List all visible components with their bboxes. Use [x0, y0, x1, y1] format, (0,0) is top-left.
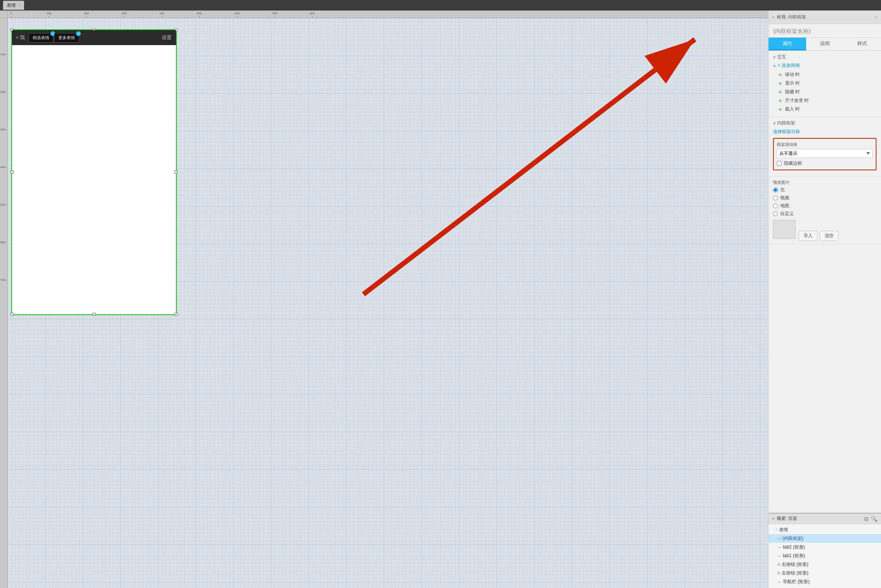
- widget-tab2-btn[interactable]: 更多表情 2: [54, 33, 79, 42]
- hide-border-row: 隐藏边框: [777, 160, 873, 167]
- outline-label-right-btn: 右按钮 (矩形): [782, 561, 808, 568]
- outline-label-tab2: tab2 (矩形): [783, 544, 805, 550]
- interaction-hide-label: 隐藏 时: [785, 89, 800, 95]
- preview-section: 预览图片 无 视频 地图 自: [769, 177, 881, 244]
- bottom-panel-content: 📄 表情 ▭ (内联框架) — tab2 (矩形) — tab1 (矩形) A: [769, 524, 881, 588]
- add-use-case-button[interactable]: + + 添加用例: [773, 62, 876, 69]
- preview-label-custom: 自定义: [780, 211, 794, 217]
- handle-bottom-left[interactable]: [11, 313, 14, 316]
- canvas-grid[interactable]: < 我 精选表情 1 更多表情 2 设置: [8, 18, 768, 588]
- ruler-left-tick-400: 400: [1, 165, 6, 170]
- tab-close-icon[interactable]: ×: [18, 3, 20, 8]
- show-trigger-icon: [778, 81, 783, 86]
- tab-expression[interactable]: 表情 ×: [3, 1, 24, 10]
- handle-middle-left[interactable]: [11, 171, 14, 174]
- interaction-load-label: 载入 时: [785, 106, 800, 112]
- inline-frame-section-label: 内联框架: [777, 120, 795, 126]
- add-icon: +: [773, 63, 776, 69]
- preview-radio-video[interactable]: [773, 195, 778, 200]
- tab-style[interactable]: 样式: [843, 38, 881, 50]
- ruler-tick-400: 400: [159, 12, 164, 18]
- ruler-tick-0: 0: [11, 12, 12, 18]
- navbar-icon: —: [778, 580, 781, 584]
- tab-description[interactable]: 说明: [806, 38, 844, 50]
- bottom-panel-icons: ⊟ 🔍: [864, 516, 877, 522]
- preview-option-map: 地图: [773, 203, 876, 209]
- inline-frame-widget[interactable]: < 我 精选表情 1 更多表情 2 设置: [11, 29, 177, 315]
- outline-label-biaojing: 表情: [779, 527, 788, 533]
- panel-collapse-button[interactable]: □: [875, 15, 877, 20]
- outline-label-navbar: 导航栏 (矩形): [783, 579, 810, 585]
- resize-trigger-icon: [778, 98, 783, 103]
- interaction-move-label: 移动 时: [785, 71, 800, 78]
- outline-item-right-btn[interactable]: A 右按钮 (矩形): [769, 560, 881, 569]
- ruler-tick-700: 700: [272, 12, 277, 18]
- widget-back-button[interactable]: < 我: [12, 34, 29, 41]
- load-trigger-icon: [778, 107, 783, 112]
- search-icon[interactable]: 🔍: [871, 516, 877, 522]
- import-button[interactable]: 导入: [799, 231, 817, 241]
- outline-item-tab2[interactable]: — tab2 (矩形): [769, 543, 881, 552]
- interaction-item-resize[interactable]: 尺寸改变 时: [773, 96, 876, 105]
- canvas-container: 0 100 200 300 400: [0, 11, 768, 588]
- widget-tab1-btn[interactable]: 精选表情 1: [29, 33, 53, 42]
- hide-border-checkbox[interactable]: [777, 161, 782, 166]
- preview-radio-map[interactable]: [773, 203, 778, 208]
- canvas-scroll[interactable]: 0 100 200 300 400: [0, 11, 768, 588]
- select-frame-target-link[interactable]: 选择框架目标: [773, 129, 876, 135]
- interaction-item-move[interactable]: 移动 时: [773, 70, 876, 79]
- interaction-label: 交互: [777, 54, 786, 60]
- ruler-tick-600: 600: [234, 12, 239, 18]
- inline-frame-chevron-icon: ∨: [773, 121, 776, 125]
- interaction-item-load[interactable]: 载入 时: [773, 105, 876, 114]
- ruler-tick-300: 300: [122, 12, 126, 18]
- clear-button[interactable]: 清空: [820, 231, 838, 241]
- ruler-tick-100: 100: [46, 12, 51, 18]
- ruler-left-tick-700: 700: [1, 277, 6, 283]
- scrollbar-settings-box: 框架滚动条 从不显示自动显示总是显示 隐藏边框: [773, 138, 876, 170]
- interaction-item-show[interactable]: 显示 时: [773, 79, 876, 88]
- handle-bottom-center[interactable]: [93, 313, 96, 316]
- inline-frame-section-header[interactable]: ∨ 内联框架: [773, 120, 876, 126]
- scrollbar-select[interactable]: 从不显示自动显示总是显示: [777, 149, 873, 158]
- panel-title-row: « 检视: 内联框架: [772, 14, 806, 20]
- handle-bottom-right[interactable]: [175, 313, 178, 316]
- ruler-left-tick-100: 100: [1, 52, 6, 58]
- main-area: 0 100 200 300 400: [0, 11, 881, 588]
- tab-properties[interactable]: 属性: [769, 38, 806, 50]
- preview-option-none: 无: [773, 187, 876, 193]
- outline-item-biaojing[interactable]: 📄 表情: [769, 526, 881, 534]
- outline-item-inline-frame[interactable]: ▭ (内联框架): [769, 534, 881, 543]
- panel-chevron-icon[interactable]: «: [772, 15, 775, 19]
- handle-middle-right[interactable]: [175, 171, 178, 174]
- panel-header: « 检视: 内联框架 □: [769, 11, 881, 24]
- preview-label-map: 地图: [780, 203, 789, 209]
- bottom-panel-title-row: « 概要: 页面: [772, 515, 797, 522]
- preview-header: 预览图片: [773, 180, 876, 185]
- interaction-section-header[interactable]: ∨ 交互: [773, 54, 876, 60]
- widget-tab2-badge: 2: [76, 31, 81, 36]
- outline-item-left-btn[interactable]: A 左按钮 (矩形): [769, 569, 881, 577]
- interaction-item-hide[interactable]: 隐藏 时: [773, 88, 876, 96]
- tab2-icon: —: [778, 545, 781, 549]
- outline-label-inline-frame: (内联框架): [782, 535, 804, 542]
- panel-inspect-label: 检视: 内联框架: [777, 14, 807, 20]
- svg-line-1: [363, 39, 695, 294]
- widget-settings-label[interactable]: 设置: [157, 34, 176, 41]
- interaction-chevron-icon: ∨: [773, 55, 776, 59]
- filter-icon[interactable]: ⊟: [864, 516, 869, 522]
- scrollbar-label: 框架滚动条: [777, 142, 873, 147]
- preview-radio-none[interactable]: [773, 188, 778, 192]
- outline-item-navbar[interactable]: — 导航栏 (矩形): [769, 577, 881, 586]
- right-btn-icon: A: [778, 562, 780, 567]
- preview-radio-custom[interactable]: [773, 211, 778, 216]
- right-panel: « 检视: 内联框架 □ (内联框架名称) 属性 说明 样式 ∨ 交互 +: [768, 11, 881, 588]
- top-tab-bar: 表情 ×: [0, 0, 881, 11]
- preview-option-custom: 自定义: [773, 211, 876, 217]
- bottom-panel: « 概要: 页面 ⊟ 🔍 📄 表情 ▭ (内联框架) —: [769, 513, 881, 588]
- tab-label: 表情: [7, 2, 16, 9]
- bottom-panel-chevron-icon[interactable]: «: [772, 517, 775, 521]
- add-use-case-label: + 添加用例: [778, 62, 799, 69]
- move-trigger-icon: [778, 72, 783, 77]
- outline-item-tab1[interactable]: — tab1 (矩形): [769, 552, 881, 560]
